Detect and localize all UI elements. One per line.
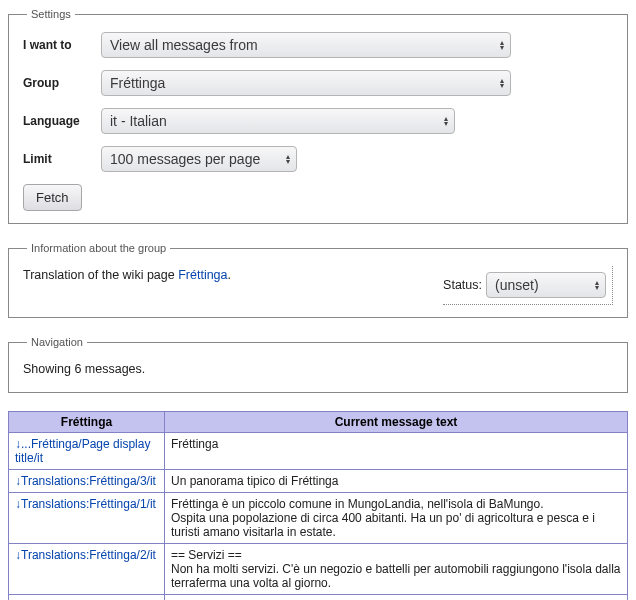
message-link[interactable]: Translations:Fréttinga/2/it [21,548,156,562]
table-cell-text: Fréttinga è un piccolo comune in MungoLa… [165,493,628,544]
table-header-page: Fréttinga [9,412,165,433]
status-select[interactable]: (unset) ▴▾ [486,272,606,298]
iwantto-select[interactable]: View all messages from ▴▾ [101,32,511,58]
table-row: ↓Translations:Fréttinga/1/itFréttinga è … [9,493,628,544]
messages-table: Fréttinga Current message text ↓...Frétt… [8,411,628,600]
chevron-updown-icon: ▴▾ [286,154,290,164]
table-cell-text: Eventi principali: * il nuovo tetto dell… [165,595,628,601]
info-fieldset: Information about the group Translation … [8,242,628,318]
info-legend: Information about the group [27,242,170,254]
settings-fieldset: Settings I want to View all messages fro… [8,8,628,224]
chevron-updown-icon: ▴▾ [500,40,504,50]
table-cell-link: ↓...Fréttinga/Page display title/it [9,433,165,470]
limit-select[interactable]: 100 messages per page ▴▾ [101,146,297,172]
info-link[interactable]: Fréttinga [178,268,227,282]
chevron-updown-icon: ▴▾ [444,116,448,126]
table-cell-link: ↓Translations:Fréttinga/1/it [9,493,165,544]
fetch-row: Fetch [23,184,613,211]
navigation-fieldset: Navigation Showing 6 messages. [8,336,628,393]
table-cell-text: == Servizi == Non ha molti servizi. C'è … [165,544,628,595]
limit-value: 100 messages per page [110,151,260,167]
chevron-updown-icon: ▴▾ [595,280,599,290]
info-prefix: Translation of the wiki page [23,268,178,282]
group-value: Fréttinga [110,75,165,91]
iwantto-value: View all messages from [110,37,258,53]
iwantto-label: I want to [23,38,101,52]
group-label: Group [23,76,101,90]
message-link[interactable]: Translations:Fréttinga/3/it [21,474,156,488]
table-cell-text: Fréttinga [165,433,628,470]
status-label: Status: [443,278,482,292]
table-cell-link: ↓Translations:Fréttinga/4/it [9,595,165,601]
table-cell-text: Un panorama tipico di Fréttinga [165,470,628,493]
table-row: ↓Translations:Fréttinga/3/itUn panorama … [9,470,628,493]
language-label: Language [23,114,101,128]
group-row: Group Fréttinga ▴▾ [23,70,613,96]
limit-row: Limit 100 messages per page ▴▾ [23,146,613,172]
table-cell-link: ↓Translations:Fréttinga/2/it [9,544,165,595]
message-link[interactable]: ...Fréttinga/Page display title/it [15,437,150,465]
table-row: ↓Translations:Fréttinga/4/itEventi princ… [9,595,628,601]
iwantto-row: I want to View all messages from ▴▾ [23,32,613,58]
status-block: Status: (unset) ▴▾ [443,266,613,305]
language-value: it - Italian [110,113,167,129]
language-row: Language it - Italian ▴▾ [23,108,613,134]
group-select[interactable]: Fréttinga ▴▾ [101,70,511,96]
settings-legend: Settings [27,8,75,20]
info-text: Translation of the wiki page Fréttinga. [23,266,231,282]
message-link[interactable]: Translations:Fréttinga/1/it [21,497,156,511]
nav-showing: Showing 6 messages. [23,360,613,380]
chevron-updown-icon: ▴▾ [500,78,504,88]
table-row: ↓Translations:Fréttinga/2/it== Servizi =… [9,544,628,595]
navigation-legend: Navigation [27,336,87,348]
table-header-text: Current message text [165,412,628,433]
limit-label: Limit [23,152,101,166]
language-select[interactable]: it - Italian ▴▾ [101,108,455,134]
table-row: ↓...Fréttinga/Page display title/itFrétt… [9,433,628,470]
info-suffix: . [228,268,231,282]
table-cell-link: ↓Translations:Fréttinga/3/it [9,470,165,493]
status-value: (unset) [495,277,539,293]
fetch-button[interactable]: Fetch [23,184,82,211]
